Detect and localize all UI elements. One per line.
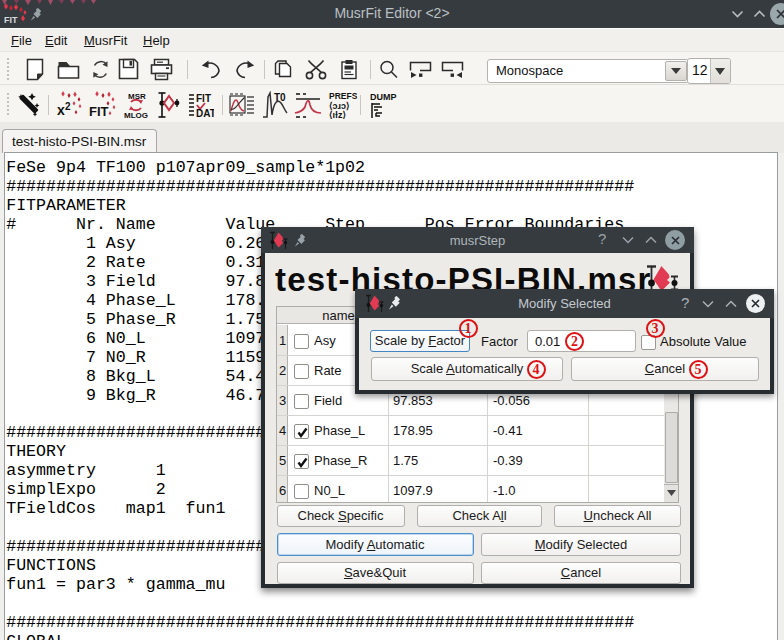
svg-text:FIT: FIT [89,104,109,119]
svg-text:DUMP: DUMP [370,92,397,102]
svg-text:x: x [57,102,65,118]
svg-text:FIT: FIT [196,93,211,104]
svg-text:2: 2 [65,101,71,112]
svg-text:MLOG: MLOG [124,111,148,119]
svg-text:FIT: FIT [4,15,18,25]
svg-text:DAT: DAT [196,108,214,119]
svg-text:T0: T0 [274,92,286,103]
svg-text:PREFS: PREFS [329,91,357,101]
svg-text:⟨ıɫz⟩: ⟨ıɫz⟩ [329,110,346,119]
